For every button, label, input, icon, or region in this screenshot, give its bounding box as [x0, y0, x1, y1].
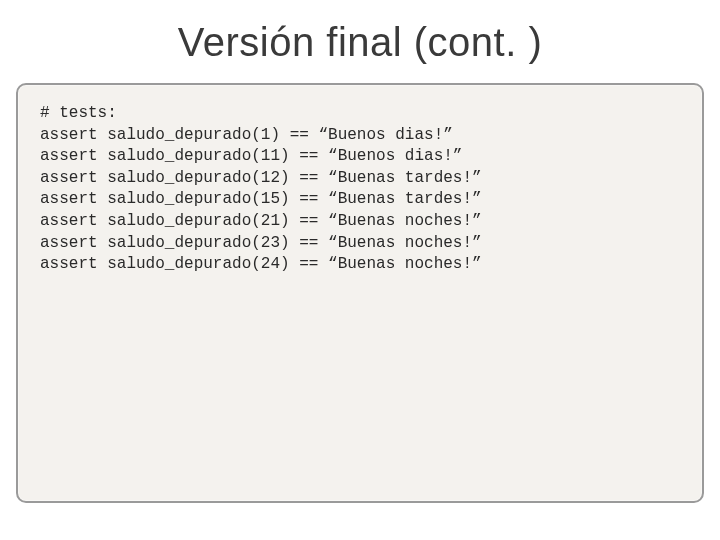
slide: Versión final (cont. ) # tests: assert s… — [0, 0, 720, 540]
code-block: # tests: assert saludo_depurado(1) == “B… — [40, 103, 680, 276]
code-panel: # tests: assert saludo_depurado(1) == “B… — [16, 83, 704, 503]
code-line: assert saludo_depurado(15) == “Buenas ta… — [40, 190, 482, 208]
code-comment: # tests: — [40, 104, 117, 122]
code-line: assert saludo_depurado(12) == “Buenas ta… — [40, 169, 482, 187]
code-line: assert saludo_depurado(24) == “Buenas no… — [40, 255, 482, 273]
code-line: assert saludo_depurado(1) == “Buenos dia… — [40, 126, 453, 144]
code-line: assert saludo_depurado(21) == “Buenas no… — [40, 212, 482, 230]
code-line: assert saludo_depurado(23) == “Buenas no… — [40, 234, 482, 252]
code-line: assert saludo_depurado(11) == “Buenos di… — [40, 147, 462, 165]
slide-title: Versión final (cont. ) — [16, 20, 704, 65]
